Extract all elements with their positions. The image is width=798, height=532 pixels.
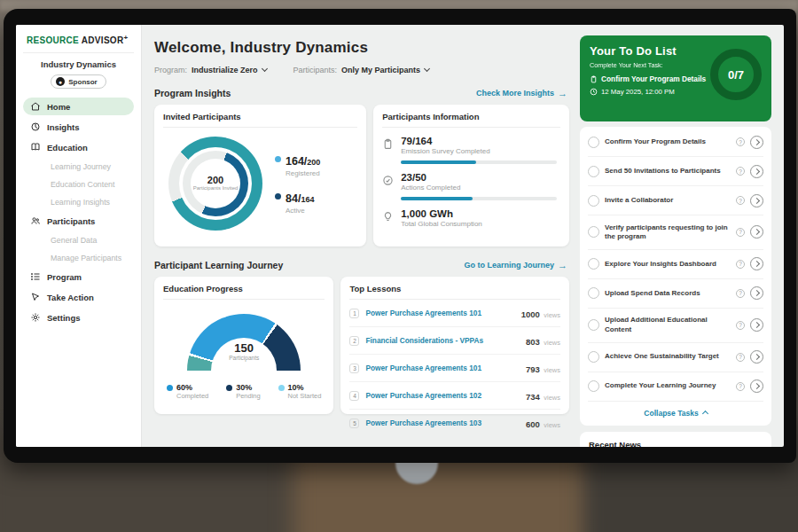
gauge-center: 150 Participants — [211, 338, 277, 371]
participants-information-card: Participants Information 79/164 Emission… — [373, 105, 569, 246]
task-row[interactable]: Complete Your Learning Journey ? — [588, 372, 763, 402]
info-icon[interactable]: ? — [736, 196, 745, 205]
participants-filter[interactable]: Participants: Only My Participants — [293, 66, 430, 74]
checkbox[interactable] — [588, 319, 599, 331]
sidebar-item-education-content[interactable]: Education Content — [23, 176, 134, 192]
task-row[interactable]: Send 50 Invitations to Participants ? — [588, 157, 763, 186]
logo-part1: RESOURCE — [27, 35, 79, 45]
sidebar-item-settings[interactable]: Settings — [23, 309, 134, 326]
sidebar-item-program[interactable]: Program — [23, 268, 134, 286]
chevron-right-button[interactable] — [750, 257, 763, 270]
sidebar-item-participants[interactable]: Participants — [23, 212, 134, 230]
task-row[interactable]: Achieve One Sustainability Target ? — [588, 343, 763, 372]
invited-center-value: 200 — [207, 175, 223, 185]
task-row[interactable]: Confirm Your Program Details ? — [588, 128, 763, 157]
chevron-right-button[interactable] — [750, 318, 763, 332]
clipboard-icon — [382, 138, 394, 150]
task-label: Explore Your Insights Dashboard — [605, 260, 731, 269]
stat-value: 23/50 — [401, 172, 560, 183]
info-icon[interactable]: ? — [736, 382, 745, 391]
todo-counter: 0/7 — [728, 68, 744, 82]
checkbox[interactable] — [588, 287, 599, 299]
lesson-link[interactable]: Power Purchase Agreements 102 — [365, 391, 519, 400]
program-filter[interactable]: Program: Industrialize Zero — [154, 66, 267, 74]
task-row[interactable]: Upload Spend Data Records ? — [588, 279, 763, 309]
sidebar-item-home[interactable]: Home — [23, 98, 134, 115]
card-title: Invited Participants — [163, 112, 357, 128]
sidebar-item-learning-insights[interactable]: Learning Insights — [23, 194, 134, 209]
chevron-right-button[interactable] — [750, 194, 763, 207]
info-icon[interactable]: ? — [736, 353, 745, 362]
logo-plus: + — [123, 34, 128, 42]
recent-news-card: Recent News — [580, 432, 771, 447]
chevron-right-button[interactable] — [750, 225, 763, 239]
info-icon[interactable]: ? — [736, 260, 745, 269]
chevron-right-button[interactable] — [750, 165, 763, 178]
task-label: Send 50 Invitations to Participants — [605, 167, 731, 176]
lesson-link[interactable]: Power Purchase Agreements 103 — [365, 419, 519, 427]
chevron-right-button[interactable] — [750, 286, 763, 300]
views-suffix: views — [544, 366, 560, 374]
lesson-row: 2 Financial Considerations - VPPAs 803 v… — [349, 327, 560, 355]
active-value: 84/ — [286, 192, 301, 205]
filter-bar: Program: Industrialize Zero Participants… — [154, 66, 569, 74]
gauge-center-label: Participants — [211, 355, 277, 361]
checkbox[interactable] — [588, 137, 599, 148]
lesson-link[interactable]: Power Purchase Agreements 101 — [365, 364, 519, 372]
checkbox[interactable] — [588, 226, 599, 238]
app-logo: RESOURCE ADVISOR+ — [23, 34, 134, 45]
legend-completed: 60% Completed — [167, 383, 208, 400]
checkbox[interactable] — [588, 195, 599, 207]
lesson-link[interactable]: Financial Considerations - VPPAs — [365, 336, 519, 345]
collapse-tasks-link[interactable]: Collapse Tasks — [588, 402, 763, 421]
legend-registered: 164/200 Registered — [275, 153, 320, 177]
views-suffix: views — [544, 311, 560, 319]
task-row[interactable]: Verify participants requesting to join t… — [588, 215, 763, 250]
views-count: 803 — [526, 337, 540, 347]
program-filter-value: Industrialize Zero — [192, 66, 258, 74]
todo-column: Your To Do List Complete Your Next Task:… — [576, 25, 784, 447]
go-to-learning-journey-link[interactable]: Go to Learning Journey — [464, 260, 567, 270]
invited-donut-outer: 200 Participants Invited — [168, 137, 262, 231]
sidebar-item-take-action[interactable]: Take Action — [23, 288, 134, 306]
info-icon[interactable]: ? — [736, 321, 745, 330]
rank-badge: 3 — [349, 364, 359, 373]
sidebar-item-education[interactable]: Education — [23, 138, 134, 156]
checkbox[interactable] — [588, 351, 599, 363]
chevron-right-button[interactable] — [750, 350, 763, 364]
chevron-right-button[interactable] — [750, 379, 763, 393]
program-filter-label: Program: — [154, 66, 187, 74]
home-icon — [30, 101, 41, 112]
settings-gear-icon — [30, 312, 41, 323]
active-total: 164 — [301, 195, 314, 204]
checkbox[interactable] — [588, 258, 599, 270]
views-count: 734 — [526, 392, 540, 402]
program-insights-header: Program Insights Check More Insights — [154, 88, 567, 98]
sidebar-item-label: Manage Participants — [51, 254, 121, 262]
info-icon[interactable]: ? — [736, 289, 745, 298]
checkbox[interactable] — [588, 380, 599, 392]
recent-news-title: Recent News — [589, 440, 763, 447]
todo-due-label: 12 May 2025, 12:00 PM — [601, 88, 675, 96]
lesson-link[interactable]: Power Purchase Agreements 101 — [365, 309, 514, 317]
task-row[interactable]: Explore Your Insights Dashboard ? — [588, 250, 763, 279]
info-icon[interactable]: ? — [736, 137, 745, 146]
sidebar-item-label: Home — [47, 102, 70, 112]
check-more-insights-link[interactable]: Check More Insights — [476, 88, 567, 98]
sidebar-item-manage-participants[interactable]: Manage Participants — [23, 250, 134, 265]
task-row[interactable]: Invite a Collaborator ? — [588, 186, 763, 215]
sidebar-item-general-data[interactable]: General Data — [23, 232, 134, 247]
sidebar-item-insights[interactable]: Insights — [23, 118, 134, 136]
take-action-icon — [30, 292, 41, 302]
info-icon[interactable]: ? — [736, 228, 745, 237]
insights-icon — [30, 121, 41, 132]
checkbox[interactable] — [588, 166, 599, 177]
chevron-right-button[interactable] — [750, 136, 763, 149]
sidebar-item-learning-journey[interactable]: Learning Journey — [23, 159, 134, 174]
registered-value: 164/ — [286, 155, 307, 168]
not-started-dot-icon — [278, 385, 285, 391]
task-row[interactable]: Upload Additional Educational Content ? — [588, 309, 763, 343]
info-icon[interactable]: ? — [736, 167, 745, 176]
clock-icon — [590, 88, 598, 96]
sidebar-divider — [23, 52, 134, 53]
